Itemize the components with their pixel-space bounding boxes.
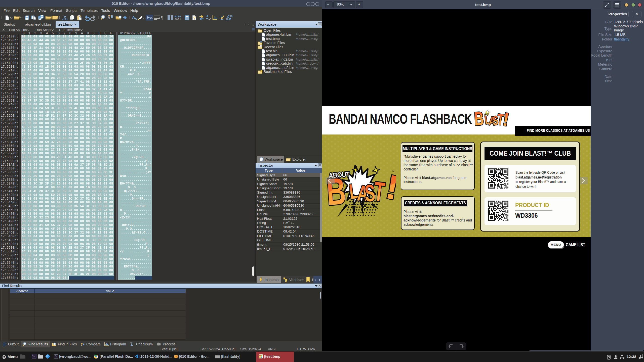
svg-text:¶: ¶ — [161, 15, 164, 20]
svg-text:™: ™ — [392, 170, 394, 173]
svg-text:A: A — [135, 17, 137, 20]
svg-text:0001: 0001 — [175, 18, 181, 21]
svg-text:?: ? — [193, 16, 196, 20]
svg-text:B: B — [111, 15, 113, 18]
svg-text:10: 10 — [230, 15, 233, 18]
svg-text:™: ™ — [506, 111, 508, 114]
svg-text:B: B — [473, 110, 484, 128]
svg-text:Hex: Hex — [147, 16, 152, 19]
svg-text:16: 16 — [226, 18, 229, 21]
svg-text:?: ? — [80, 342, 83, 346]
